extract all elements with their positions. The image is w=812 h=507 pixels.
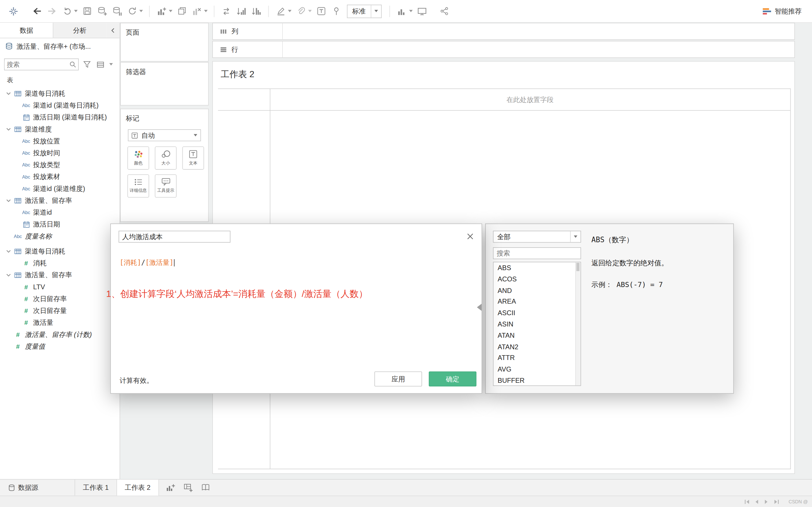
undo-dropdown-icon[interactable] [73, 10, 79, 12]
new-dashboard-button[interactable] [183, 482, 194, 493]
rows-shelf[interactable]: 行 [212, 41, 795, 58]
field-item[interactable]: #激活量、留存率 (计数) [0, 328, 119, 340]
sheet-tab[interactable]: 工作表 2 [117, 480, 159, 496]
function-item[interactable]: ABS [493, 262, 580, 274]
highlight-dropdown-icon[interactable] [287, 10, 292, 12]
function-list-scrollbar[interactable] [575, 262, 580, 385]
clear-sheet-icon[interactable] [191, 4, 203, 18]
field-item[interactable]: Abc渠道id (渠道维度) [0, 182, 119, 194]
pages-card[interactable]: 页面 [120, 23, 209, 62]
collapse-pane-button[interactable] [106, 23, 120, 38]
sheet-tab[interactable]: 工作表 1 [74, 480, 117, 496]
function-item[interactable]: ATAN2 [493, 341, 580, 352]
sort-descending-icon[interactable] [250, 4, 262, 18]
field-table-row[interactable]: 激活量、留存率 [0, 269, 119, 281]
color-button[interactable]: 颜色 [128, 147, 149, 170]
share-icon[interactable] [438, 4, 451, 18]
tab-datasource[interactable]: 数据源 [2, 480, 45, 496]
function-item[interactable]: ATAN [493, 330, 580, 341]
field-item[interactable]: Abc投放类型 [0, 159, 119, 171]
new-worksheet-button[interactable] [165, 482, 176, 493]
show-cards-icon[interactable] [396, 4, 408, 18]
function-item[interactable]: ATTR [493, 352, 580, 363]
fit-selector[interactable]: 标准 [347, 4, 382, 18]
mark-type-dropdown-icon[interactable] [190, 134, 200, 136]
field-item[interactable]: Abc投放时间 [0, 147, 119, 159]
presentation-mode-icon[interactable] [416, 4, 428, 18]
forward-icon[interactable] [46, 4, 58, 18]
previous-sheet-icon[interactable] [753, 498, 761, 506]
show-me-button[interactable]: 智能推荐 [762, 6, 805, 16]
field-item[interactable]: Abc渠道id (渠道每日消耗) [0, 100, 119, 111]
function-item[interactable]: BUFFER [493, 375, 580, 386]
highlight-icon[interactable] [274, 4, 287, 18]
field-item[interactable]: Abc投放素材 [0, 171, 119, 182]
first-sheet-icon[interactable] [743, 498, 751, 506]
field-item[interactable]: #次日留存率 [0, 293, 119, 305]
show-cards-dropdown-icon[interactable] [409, 10, 413, 12]
mark-type-selector[interactable]: 自动 [128, 129, 201, 141]
filters-card[interactable]: 筛选器 [120, 62, 209, 105]
new-sheet-dropdown-icon[interactable] [168, 10, 173, 12]
apply-button[interactable]: 应用 [374, 372, 422, 386]
save-icon[interactable] [81, 4, 93, 18]
field-item[interactable]: 激活日期 [0, 218, 119, 230]
function-list[interactable]: ABSACOSANDAREAASCIIASINATANATAN2ATTRAVGB… [493, 262, 581, 386]
field-item[interactable]: #次日留存量 [0, 305, 119, 317]
refresh-dropdown-icon[interactable] [139, 10, 144, 12]
field-item[interactable]: 激活日期 (渠道每日消耗) [0, 111, 119, 123]
field-item[interactable]: #LTV [0, 281, 119, 293]
chevron-down-icon[interactable] [4, 92, 12, 95]
swap-axes-icon[interactable] [220, 4, 233, 18]
function-search-input[interactable] [493, 247, 581, 259]
scrollbar-thumb[interactable] [576, 263, 579, 271]
field-item[interactable]: Abc投放位置 [0, 135, 119, 147]
function-item[interactable]: AREA [493, 296, 580, 307]
next-sheet-icon[interactable] [763, 498, 770, 506]
collapse-function-pane-icon[interactable] [477, 304, 482, 311]
function-item[interactable]: ASCII [493, 307, 580, 319]
fix-axes-icon[interactable] [330, 4, 342, 18]
function-item[interactable]: ACOS [493, 274, 580, 285]
mark-labels-icon[interactable] [315, 4, 327, 18]
chevron-down-icon[interactable] [4, 199, 12, 202]
attach-icon[interactable] [295, 4, 307, 18]
size-button[interactable]: 大小 [155, 147, 176, 170]
field-table-row[interactable]: 渠道维度 [0, 123, 119, 135]
ok-button[interactable]: 确定 [429, 372, 476, 386]
undo-icon[interactable] [61, 4, 73, 18]
back-icon[interactable] [31, 4, 43, 18]
refresh-icon[interactable] [126, 4, 138, 18]
clear-dropdown-icon[interactable] [204, 10, 208, 12]
datasource-item[interactable]: 激活量、留存率+ (市场... [0, 38, 119, 54]
new-worksheet-icon[interactable] [155, 4, 168, 18]
function-item[interactable]: AND [493, 285, 580, 296]
fit-dropdown-icon[interactable] [371, 5, 381, 17]
field-item[interactable]: #消耗 [0, 257, 119, 269]
duplicate-icon[interactable] [175, 4, 188, 18]
view-options-dropdown-icon[interactable] [109, 63, 114, 66]
last-sheet-icon[interactable] [772, 498, 780, 506]
columns-shelf[interactable]: 列 [212, 23, 795, 40]
text-button[interactable]: 文本 [183, 147, 204, 170]
chevron-down-icon[interactable] [4, 249, 12, 252]
new-story-button[interactable] [200, 482, 211, 493]
chevron-down-icon[interactable] [4, 128, 12, 131]
category-dropdown-icon[interactable] [570, 231, 580, 242]
filter-fields-icon[interactable] [82, 59, 92, 70]
sort-ascending-icon[interactable] [235, 4, 248, 18]
field-item[interactable]: Abc渠道id [0, 207, 119, 218]
search-input[interactable] [5, 61, 70, 68]
add-datasource-icon[interactable] [96, 4, 108, 18]
drop-header-band[interactable]: 在此处放置字段 [218, 89, 790, 111]
field-item[interactable]: Abc度量名称 [0, 230, 119, 242]
function-item[interactable]: AVG [493, 364, 580, 375]
field-table-row[interactable]: 渠道每日消耗 [0, 245, 119, 257]
function-category-select[interactable]: 全部 [493, 231, 581, 242]
search-box[interactable] [4, 59, 79, 70]
field-item[interactable]: #激活量 [0, 317, 119, 328]
tooltip-button[interactable]: 工具提示 [155, 174, 176, 198]
close-icon[interactable] [465, 232, 475, 241]
pause-updates-icon[interactable] [111, 4, 123, 18]
field-table-row[interactable]: 激活量、留存率 [0, 194, 119, 207]
